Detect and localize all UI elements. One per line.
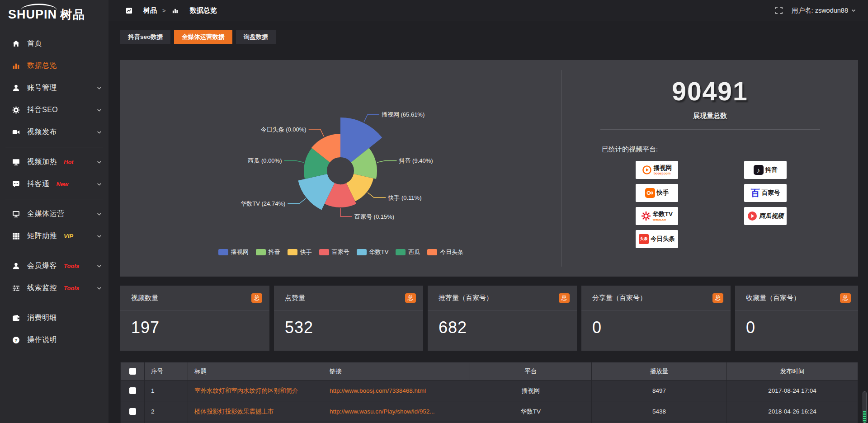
pie-label: 西瓜 (0.00%)	[248, 157, 282, 164]
wallet-icon	[12, 314, 20, 322]
legend-item-百家号[interactable]: 百家号	[319, 248, 349, 256]
rose-chart-svg: 播视网 (65.61%)抖音 (9.40%)快手 (0.11%)百家号 (0.1…	[120, 60, 561, 249]
row-title-cell: 楼体投影灯投影效果震撼上市	[188, 401, 323, 422]
stat-title: 点赞量	[285, 294, 305, 302]
breadcrumb-page[interactable]: 数据总览	[190, 6, 217, 15]
sidebar-item-4[interactable]: 视频发布	[0, 121, 108, 143]
sidebar-item-10[interactable]: 线索监控Tools	[0, 277, 108, 299]
sidebar-item-label: 数据总览	[27, 61, 57, 70]
legend-swatch	[357, 249, 367, 255]
logo-arc-decoration	[21, 4, 57, 10]
column-header-播放量: 播放量	[592, 362, 727, 381]
platform-name: 百家号	[762, 189, 780, 197]
stat-total-badge: 总	[712, 293, 723, 303]
impressions-total-value: 90491	[562, 76, 858, 106]
video-url-link[interactable]: http://www.boosj.com/7338468.html	[330, 387, 426, 394]
pie-label: 华数TV (24.74%)	[241, 200, 285, 207]
stat-card-2: 推荐量（百家号）总682	[428, 286, 577, 351]
video-title-link[interactable]: 楼体投影灯投影效果震撼上市	[194, 408, 274, 415]
pie-label-line	[368, 193, 386, 197]
stat-title: 推荐量（百家号）	[439, 294, 493, 302]
platform-name: 播视网	[654, 164, 672, 172]
platform-badge-kuaishou: 快手	[636, 184, 678, 202]
sidebar-item-0[interactable]: 首页	[0, 33, 108, 55]
legend-label: 抖音	[269, 248, 280, 256]
legend-item-今日头条[interactable]: 今日头条	[427, 248, 463, 256]
legend-swatch	[319, 249, 329, 255]
select-all-header	[121, 362, 145, 381]
stat-value: 532	[274, 311, 423, 337]
sidebar-item-9[interactable]: 会员爆客Tools	[0, 255, 108, 277]
legend-item-播视网[interactable]: 播视网	[218, 248, 249, 256]
sidebar-item-6[interactable]: 抖客通New	[0, 173, 108, 195]
scrollbar-thumb[interactable]	[863, 391, 867, 423]
sidebar-item-label: 首页	[27, 39, 42, 48]
tab-bar: 抖音seo数据全媒体运营数据询盘数据	[120, 30, 858, 44]
grid-icon	[12, 232, 20, 240]
scrollbar-indicator	[863, 411, 866, 423]
tab-2[interactable]: 询盘数据	[236, 30, 276, 44]
video-url-link[interactable]: http://www.wasu.cn/Play/show/id/952...	[330, 408, 435, 415]
chevron-down-icon	[96, 85, 102, 91]
platform-badge-xigua: 西瓜视频	[744, 207, 787, 225]
chevron-down-icon	[96, 181, 102, 187]
pie-label: 百家号 (0.15%)	[354, 213, 394, 220]
sidebar-item-5[interactable]: 视频加热Hot	[0, 151, 108, 173]
row-select-cell	[121, 381, 145, 401]
stat-total-badge: 总	[559, 293, 570, 303]
sidebar-item-1[interactable]: 数据总览	[0, 55, 108, 77]
stat-card-header: 推荐量（百家号）总	[428, 286, 577, 311]
platform-badge-baijiahao: 百百家号	[744, 184, 787, 202]
user-icon	[12, 84, 20, 92]
monitor-icon	[12, 210, 20, 218]
sidebar-item-3[interactable]: 抖音SEO	[0, 99, 108, 121]
sidebar-item-badge: VIP	[64, 233, 73, 240]
row-platform-cell: 播视网	[470, 381, 592, 401]
chevron-down-icon	[96, 233, 102, 239]
stats-row: 视频数量总197点赞量总532推荐量（百家号）总682分享量（百家号）总0收藏量…	[120, 286, 858, 351]
douyin-logo-icon: ♪	[754, 165, 764, 175]
sidebar-item-label: 线索监控	[27, 283, 57, 293]
breadcrumb-app[interactable]: 树品	[143, 6, 157, 15]
tab-1[interactable]: 全媒体运营数据	[174, 30, 232, 44]
sidebar-item-7[interactable]: 全媒体运营	[0, 203, 108, 225]
sidebar-item-11[interactable]: 消费明细	[0, 307, 108, 329]
legend-label: 百家号	[332, 248, 349, 256]
platform-name: 抖音	[765, 166, 778, 174]
column-header-发布时间: 发布时间	[727, 362, 858, 381]
legend-item-快手[interactable]: 快手	[288, 248, 312, 256]
tab-0[interactable]: 抖音seo数据	[120, 30, 170, 44]
legend-label: 今日头条	[440, 248, 463, 256]
chevron-down-icon	[96, 107, 102, 113]
row-checkbox[interactable]	[129, 387, 136, 394]
sidebar-item-8[interactable]: 矩阵助推VIP	[0, 225, 108, 247]
legend-item-华数TV[interactable]: 华数TV	[357, 248, 389, 256]
breadcrumb-separator: >	[162, 7, 166, 14]
stat-value: 0	[581, 311, 731, 337]
sidebar-item-label: 视频加热	[27, 157, 57, 167]
pie-label-line	[284, 161, 304, 163]
sidebar-item-12[interactable]: ?操作说明	[0, 329, 108, 351]
legend-label: 快手	[300, 248, 312, 256]
select-all-checkbox[interactable]	[129, 368, 136, 375]
xigua-logo-icon	[747, 211, 757, 221]
user-menu[interactable]: 用户名: zswodun88	[792, 6, 856, 15]
sidebar-item-2[interactable]: 账号管理	[0, 77, 108, 99]
platform-name: 西瓜视频	[759, 212, 783, 220]
sidebar-item-badge: Tools	[64, 285, 79, 291]
legend-item-西瓜[interactable]: 西瓜	[396, 248, 420, 256]
row-checkbox[interactable]	[129, 408, 136, 415]
legend-swatch	[256, 249, 266, 255]
video-icon	[12, 128, 20, 136]
app-logo[interactable]: SHUPIN 树品	[0, 0, 108, 29]
chevron-down-icon	[96, 211, 102, 217]
pie-label-line	[377, 161, 397, 163]
video-title-link[interactable]: 室外水纹灯和室内水纹灯的区别和简介	[194, 387, 298, 394]
legend-label: 西瓜	[408, 248, 420, 256]
legend-item-抖音[interactable]: 抖音	[256, 248, 280, 256]
row-platform-cell: 华数TV	[470, 401, 592, 422]
gear-icon	[12, 106, 20, 114]
platform-text: 西瓜视频	[759, 212, 783, 220]
platform-sub: wasu.cn	[653, 218, 673, 221]
fullscreen-icon[interactable]	[775, 7, 783, 14]
